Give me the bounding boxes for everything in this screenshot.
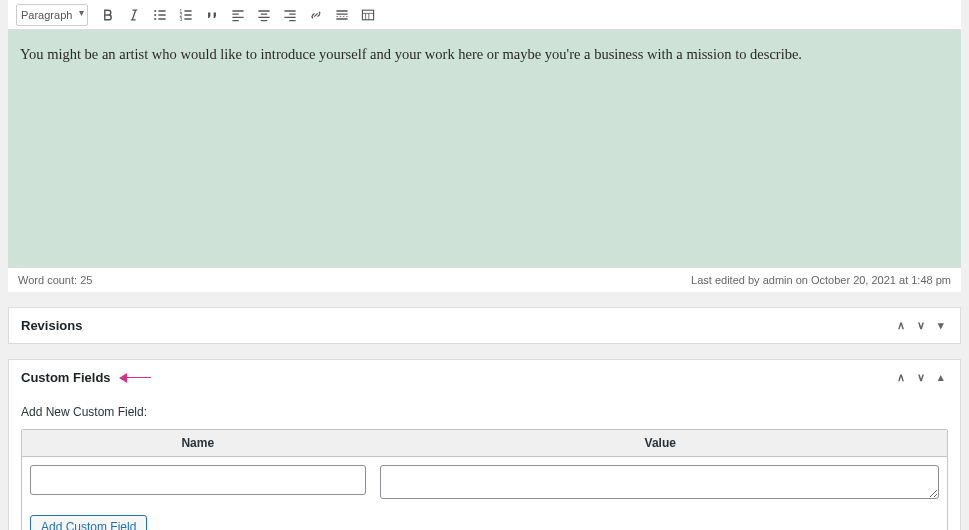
panel-order-controls: ∧ ∨ ▾ [894, 319, 948, 332]
panel-order-controls: ∧ ∨ ▴ [894, 371, 948, 384]
custom-fields-title: Custom Fields [21, 370, 111, 385]
revisions-panel-header[interactable]: Revisions ∧ ∨ ▾ [9, 308, 960, 343]
custom-field-input-row [22, 457, 947, 507]
toolbar-toggle-button[interactable] [356, 3, 380, 27]
bullet-list-button[interactable] [148, 3, 172, 27]
svg-point-2 [154, 17, 156, 19]
toolbar-toggle-icon [360, 7, 376, 23]
add-new-custom-field-label: Add New Custom Field: [21, 405, 948, 419]
move-down-icon[interactable]: ∨ [914, 371, 928, 384]
bold-button[interactable] [96, 3, 120, 27]
align-center-icon [256, 7, 272, 23]
align-right-button[interactable] [278, 3, 302, 27]
custom-fields-panel-body: Add New Custom Field: Name Value Add Cus… [9, 395, 960, 530]
numbered-list-icon: 123 [178, 7, 194, 23]
toggle-panel-icon[interactable]: ▾ [934, 319, 948, 332]
custom-fields-panel-header[interactable]: Custom Fields ∧ ∨ ▴ [9, 360, 960, 395]
format-select-wrap: Paragraph [16, 4, 88, 26]
numbered-list-button[interactable]: 123 [174, 3, 198, 27]
custom-field-name-input[interactable] [30, 465, 366, 495]
word-count-label: Word count: 25 [18, 274, 92, 286]
add-custom-field-button[interactable]: Add Custom Field [30, 515, 147, 530]
revisions-title: Revisions [21, 318, 82, 333]
annotation-arrow-icon [119, 371, 151, 385]
move-down-icon[interactable]: ∨ [914, 319, 928, 332]
toggle-panel-icon[interactable]: ▴ [934, 371, 948, 384]
quote-button[interactable] [200, 3, 224, 27]
quote-icon [204, 7, 220, 23]
custom-fields-table: Name Value Add Custom Field [21, 429, 948, 530]
align-center-button[interactable] [252, 3, 276, 27]
svg-rect-6 [362, 10, 373, 20]
align-right-icon [282, 7, 298, 23]
align-left-button[interactable] [226, 3, 250, 27]
link-button[interactable] [304, 3, 328, 27]
bullet-list-icon [152, 7, 168, 23]
value-column-header: Value [374, 430, 948, 456]
format-select[interactable]: Paragraph [16, 4, 88, 26]
italic-button[interactable] [122, 3, 146, 27]
custom-fields-header-row: Name Value [22, 430, 947, 457]
revisions-panel: Revisions ∧ ∨ ▾ [8, 307, 961, 344]
editor-footer: Word count: 25 Last edited by admin on O… [8, 267, 961, 292]
svg-point-1 [154, 13, 156, 15]
editor-container: You might be an artist who would like to… [8, 30, 961, 292]
svg-text:3: 3 [180, 16, 183, 21]
editor-content-area[interactable]: You might be an artist who would like to… [8, 30, 961, 267]
svg-point-0 [154, 9, 156, 11]
italic-icon [126, 7, 142, 23]
custom-fields-panel: Custom Fields ∧ ∨ ▴ Add New Custom Field… [8, 359, 961, 530]
link-icon [308, 7, 324, 23]
insert-more-button[interactable] [330, 3, 354, 27]
last-edited-label: Last edited by admin on October 20, 2021… [691, 274, 951, 286]
align-left-icon [230, 7, 246, 23]
move-up-icon[interactable]: ∧ [894, 371, 908, 384]
bold-icon [100, 7, 116, 23]
custom-field-value-input[interactable] [380, 465, 939, 499]
move-up-icon[interactable]: ∧ [894, 319, 908, 332]
editor-toolbar: Paragraph 123 [8, 0, 961, 30]
name-column-header: Name [22, 430, 374, 456]
insert-more-icon [334, 7, 350, 23]
